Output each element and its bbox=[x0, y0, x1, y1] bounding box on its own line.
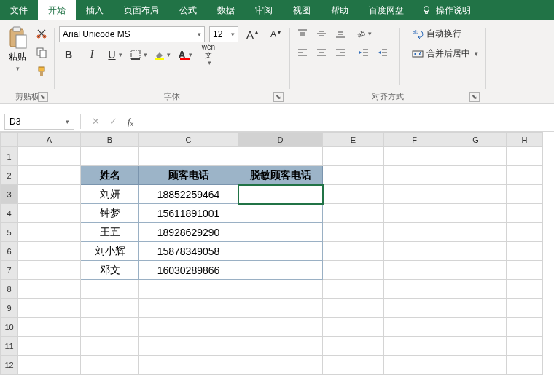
underline-button[interactable]: U bbox=[106, 47, 125, 63]
cancel-formula-button[interactable]: ✕ bbox=[87, 114, 104, 130]
border-button[interactable] bbox=[129, 47, 148, 63]
alignment-launcher[interactable]: ⬊ bbox=[469, 92, 480, 102]
col-header-E[interactable]: E bbox=[323, 133, 384, 147]
cell-D4[interactable] bbox=[238, 204, 323, 223]
increase-font-button[interactable]: A▴ bbox=[243, 26, 262, 42]
cell-B3[interactable]: 刘妍 bbox=[81, 185, 139, 204]
font-size-select[interactable]: 12▾ bbox=[209, 26, 238, 42]
wrap-text-button[interactable]: ab 自动换行 bbox=[409, 26, 481, 42]
svg-rect-14 bbox=[180, 58, 190, 60]
cell-D2[interactable]: 脱敏顾客电话 bbox=[238, 166, 323, 185]
cell-D7[interactable] bbox=[238, 261, 323, 280]
tell-me[interactable]: 操作说明 bbox=[414, 0, 478, 20]
row-header-8[interactable]: 8 bbox=[1, 280, 18, 299]
tab-data[interactable]: 数据 bbox=[207, 0, 245, 20]
wrap-text-label: 自动换行 bbox=[426, 28, 461, 40]
row-header-7[interactable]: 7 bbox=[1, 261, 18, 280]
svg-rect-10 bbox=[40, 71, 43, 76]
col-header-H[interactable]: H bbox=[507, 133, 543, 147]
tab-insert[interactable]: 插入 bbox=[76, 0, 114, 20]
row-header-4[interactable]: 4 bbox=[1, 204, 18, 223]
cell-C4[interactable]: 15611891001 bbox=[139, 204, 238, 223]
name-box-value: D3 bbox=[9, 117, 20, 127]
cell-B6[interactable]: 刘小辉 bbox=[81, 242, 139, 261]
cell-C7[interactable]: 16030289866 bbox=[139, 261, 238, 280]
cell-C3[interactable]: 18852259464 bbox=[139, 185, 238, 204]
tab-help[interactable]: 帮助 bbox=[321, 0, 359, 20]
align-center-button[interactable] bbox=[313, 45, 329, 60]
copy-button[interactable] bbox=[34, 45, 50, 60]
row-header-3[interactable]: 3 bbox=[1, 185, 18, 204]
formula-input[interactable] bbox=[139, 114, 554, 130]
align-bottom-icon bbox=[335, 28, 346, 39]
cell-B4[interactable]: 钟梦 bbox=[81, 204, 139, 223]
tab-page-layout[interactable]: 页面布局 bbox=[114, 0, 169, 20]
col-header-F[interactable]: F bbox=[384, 133, 445, 147]
col-header-A[interactable]: A bbox=[18, 133, 81, 147]
spreadsheet-grid[interactable]: A B C D E F G H 1 2 姓名 顾客电话 脱敏顾客电话 3 刘妍 … bbox=[0, 132, 554, 375]
orientation-button[interactable]: ab bbox=[356, 26, 372, 41]
cell-B2[interactable]: 姓名 bbox=[81, 166, 139, 185]
tab-review[interactable]: 审阅 bbox=[245, 0, 283, 20]
decrease-font-button[interactable]: A▾ bbox=[266, 26, 285, 42]
cell-D6[interactable] bbox=[238, 242, 323, 261]
format-painter-button[interactable] bbox=[34, 64, 50, 79]
cell-B7[interactable]: 邓文 bbox=[81, 261, 139, 280]
align-top-button[interactable] bbox=[294, 26, 311, 41]
increase-indent-button[interactable] bbox=[375, 45, 391, 60]
font-name-value: Arial Unicode MS bbox=[63, 29, 130, 39]
align-bottom-button[interactable] bbox=[332, 26, 348, 41]
tab-file[interactable]: 文件 bbox=[0, 0, 38, 20]
name-box[interactable]: D3▾ bbox=[4, 114, 74, 130]
row-header-11[interactable]: 11 bbox=[1, 337, 18, 356]
clipboard-launcher[interactable]: ⬊ bbox=[38, 92, 48, 102]
row-header-1[interactable]: 1 bbox=[1, 147, 18, 166]
cell-B5[interactable]: 王五 bbox=[81, 223, 139, 242]
enter-formula-button[interactable]: ✓ bbox=[104, 114, 122, 130]
fill-color-button[interactable] bbox=[152, 47, 171, 63]
select-all-corner[interactable] bbox=[1, 133, 18, 147]
col-header-G[interactable]: G bbox=[445, 133, 507, 147]
ruby-button[interactable]: wén文 bbox=[199, 47, 218, 63]
tab-formulas[interactable]: 公式 bbox=[169, 0, 207, 20]
align-middle-button[interactable] bbox=[313, 26, 329, 41]
align-right-button[interactable] bbox=[332, 45, 348, 60]
align-left-button[interactable] bbox=[294, 45, 311, 60]
check-icon: ✓ bbox=[109, 116, 117, 127]
tab-home[interactable]: 开始 bbox=[38, 0, 76, 20]
merge-center-button[interactable]: 合并后居中 bbox=[409, 46, 481, 61]
font-launcher[interactable]: ⬊ bbox=[273, 92, 284, 102]
tab-baidu[interactable]: 百度网盘 bbox=[359, 0, 414, 20]
format-painter-icon bbox=[36, 66, 47, 77]
row-header-2[interactable]: 2 bbox=[1, 166, 18, 185]
row-header-9[interactable]: 9 bbox=[1, 299, 18, 318]
tell-me-label: 操作说明 bbox=[436, 4, 471, 17]
italic-button[interactable]: I bbox=[82, 47, 101, 63]
font-name-select[interactable]: Arial Unicode MS▾ bbox=[59, 26, 205, 42]
paste-button[interactable]: 粘贴 ▾ bbox=[4, 25, 31, 74]
bold-button[interactable]: B bbox=[59, 47, 78, 63]
cell-D3[interactable] bbox=[238, 185, 323, 204]
group-clipboard-label: 剪贴板 bbox=[15, 92, 39, 101]
row-header-6[interactable]: 6 bbox=[1, 242, 18, 261]
row-header-10[interactable]: 10 bbox=[1, 318, 18, 337]
cell-D5[interactable] bbox=[238, 223, 323, 242]
align-middle-icon bbox=[316, 28, 327, 39]
tab-view[interactable]: 视图 bbox=[283, 0, 321, 20]
paste-dropdown[interactable]: ▾ bbox=[16, 65, 20, 72]
cell-C5[interactable]: 18928629290 bbox=[139, 223, 238, 242]
col-header-B[interactable]: B bbox=[81, 133, 139, 147]
col-header-D[interactable]: D bbox=[238, 133, 323, 147]
cut-button[interactable] bbox=[34, 26, 50, 41]
col-header-C[interactable]: C bbox=[139, 133, 238, 147]
copy-icon bbox=[36, 47, 47, 58]
row-header-12[interactable]: 12 bbox=[1, 356, 18, 375]
font-color-button[interactable]: A bbox=[176, 47, 195, 63]
row-header-5[interactable]: 5 bbox=[1, 223, 18, 242]
cell-C2[interactable]: 顾客电话 bbox=[139, 166, 238, 185]
ribbon: 粘贴 ▾ 剪贴板⬊ Arial Unicode MS▾ 12▾ A▴ A▾ B … bbox=[0, 20, 554, 104]
decrease-indent-button[interactable] bbox=[356, 45, 372, 60]
insert-function-button[interactable]: fx bbox=[122, 114, 139, 130]
align-left-icon bbox=[297, 47, 308, 58]
cell-C6[interactable]: 15878349058 bbox=[139, 242, 238, 261]
